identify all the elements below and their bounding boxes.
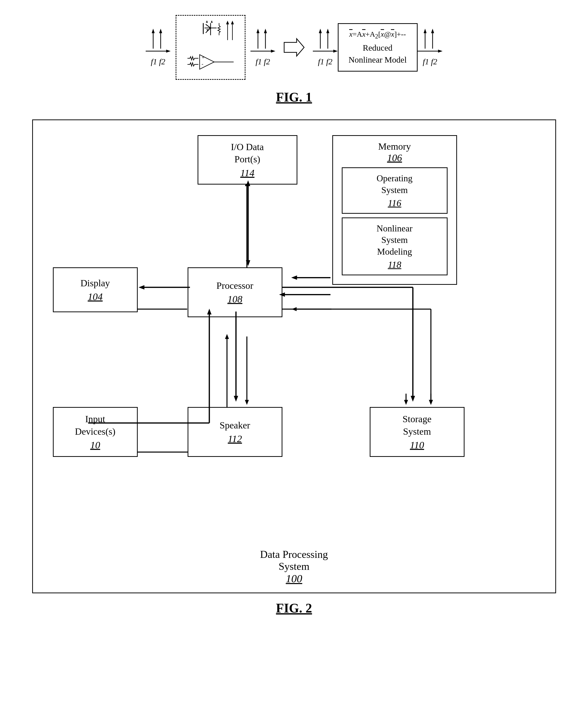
memory-ref: 106 [387,152,402,163]
svg-marker-66 [138,285,144,289]
nonlinear-ref: 118 [348,259,442,270]
display-box: Display 104 [53,267,138,312]
memory-title: Memory [378,141,411,152]
io-data-port-ref: 114 [205,167,290,179]
fig1-after-transfer-signal: f1 f2 [313,29,338,66]
svg-marker-64 [246,260,250,266]
svg-marker-32 [319,29,322,33]
fig2-label: FIG. 2 [276,601,312,615]
display-ref: 104 [88,291,103,303]
svg-marker-54 [225,334,229,339]
svg-marker-34 [326,29,329,33]
svg-marker-51 [245,400,249,405]
nonlinear-modeling-box: Nonlinear System Modeling 118 [342,217,448,275]
svg-marker-42 [438,50,442,53]
operating-system-title: Operating System [377,173,413,195]
processor-ref: 108 [228,293,242,305]
svg-marker-70 [291,275,297,280]
fig2-section: I/O Data Port(s) 114 Memory 106 Operatin… [20,120,568,615]
amplifier-box: + - [176,15,246,80]
svg-marker-25 [256,29,259,33]
svg-marker-56 [404,400,408,405]
system-title: Data Processing System 100 [260,548,328,585]
svg-text:-: - [201,61,203,67]
svg-text:+: + [201,54,204,60]
svg-marker-29 [271,50,275,53]
speaker-box: Speaker 112 [187,407,282,457]
processor-title: Processor [216,280,253,292]
fig1-left-signal: f1 f2 [146,29,171,66]
svg-marker-78 [411,396,415,401]
fig1-label: FIG. 1 [276,90,312,104]
arrows-overlay [33,120,555,593]
fig1-diagram: f1 f2 [146,15,442,80]
fig1-left-signal-label: f1 f2 [151,57,165,66]
speaker-title: Speaker [220,419,250,431]
storage-system-box: Storage System 110 [370,407,464,457]
svg-line-9 [206,24,210,28]
storage-title: Storage System [402,413,431,438]
svg-marker-40 [431,29,434,33]
svg-marker-61 [429,400,433,405]
fig1-mid-signal-label: f1 f2 [256,57,270,66]
fig1-right-signal-label: f1 f2 [423,57,437,66]
input-devices-box: Input Devices(s) 10 [53,407,138,457]
svg-marker-38 [424,29,427,33]
svg-marker-21 [226,21,229,24]
fig1-after-transfer-label: f1 f2 [318,57,333,66]
operating-system-ref: 116 [348,198,442,209]
svg-marker-23 [231,21,234,24]
svg-marker-1 [152,29,155,33]
model-name: Reduced [346,42,409,54]
speaker-ref: 112 [228,433,242,445]
svg-marker-58 [429,400,433,405]
system-ref: 100 [260,572,328,585]
display-title: Display [80,277,110,289]
input-devices-title: Input Devices(s) [75,413,115,438]
svg-marker-5 [166,50,171,53]
memory-outer-box: Memory 106 Operating System 116 Nonlinea… [332,135,457,285]
model-box: x=Ax+A2[x@x]+-- Reduced Nonlinear Model [338,23,418,71]
io-data-port-box: I/O Data Port(s) 114 [198,135,297,185]
nonlinear-title: Nonlinear System Modeling [377,224,413,257]
svg-marker-27 [264,29,267,33]
model-formula: x=Ax+A2[x@x]+-- [346,29,409,41]
system-diagram-box: I/O Data Port(s) 114 Memory 106 Operatin… [32,120,556,593]
processor-box: Processor 108 [187,267,282,317]
transfer-arrow [283,37,305,57]
svg-marker-3 [159,29,162,33]
svg-marker-72 [234,396,238,401]
fig1-section: f1 f2 [20,15,568,104]
model-name2: Nonlinear Model [346,54,409,66]
input-devices-ref: 10 [90,439,100,451]
storage-ref: 110 [410,439,424,451]
svg-marker-49 [291,307,297,311]
svg-marker-13 [206,21,208,23]
operating-system-box: Operating System 116 [342,167,448,214]
fig1-right-signal: f1 f2 [418,29,442,66]
connection-arrows [33,120,555,593]
io-data-port-title: I/O Data Port(s) [231,142,264,164]
svg-marker-15 [210,21,212,23]
svg-marker-30 [284,38,304,56]
fig1-mid-signal: f1 f2 [251,29,275,66]
svg-marker-36 [333,50,338,53]
